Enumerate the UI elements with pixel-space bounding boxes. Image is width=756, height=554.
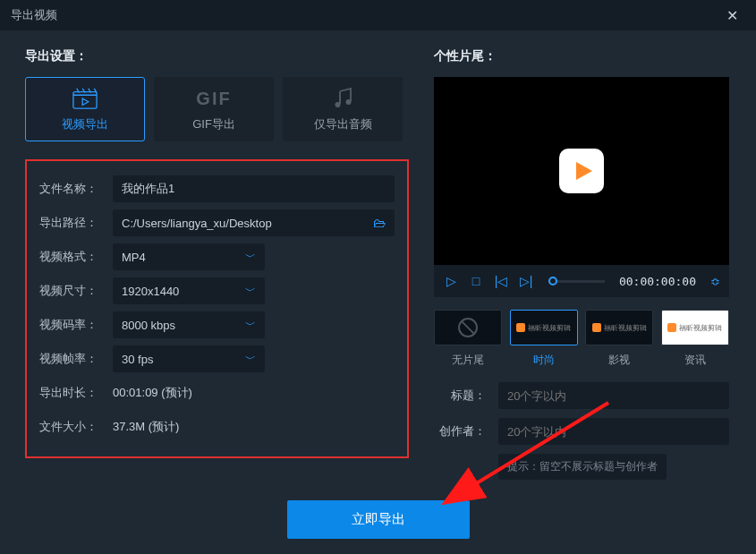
path-input[interactable] [122,217,368,230]
tab-audio-export[interactable]: 仅导出音频 [283,77,403,141]
ban-icon [458,318,478,337]
step-icon[interactable]: ≎ [710,275,720,288]
player-controls: ▷ □ |◁ ▷| 00:00:00:00 ≎ [434,265,729,297]
thumb-news-label: 资讯 [684,353,706,368]
filename-field-wrap [113,175,395,202]
thumb-movie[interactable]: 福昕视频剪辑 [585,310,653,345]
fps-select[interactable]: 30 fps ﹀ [113,345,265,372]
stop-icon[interactable]: □ [468,274,484,288]
thumb-none-label: 无片尾 [452,353,484,368]
chevron-down-icon: ﹀ [245,318,256,333]
export-button[interactable]: 立即导出 [287,500,470,539]
thumb-fashion-label: 时尚 [533,353,555,368]
chevron-down-icon: ﹀ [245,352,256,367]
size-value: 1920x1440 [122,285,179,298]
thumb-none[interactable] [434,310,502,345]
thumb-movie-label: 影视 [608,353,630,368]
progress-slider[interactable] [548,280,605,283]
filename-label: 文件名称： [39,181,102,197]
path-field-wrap: 🗁 [113,209,395,236]
tab-gif-export[interactable]: GIF GIF导出 [154,77,274,141]
settings-group: 文件名称： 导出路径： 🗁 视频格式： MP4 ﹀ 视 [25,159,409,458]
skip-next-icon[interactable]: ▷| [518,274,534,288]
tab-video-label: 视频导出 [62,116,108,132]
chevron-down-icon: ﹀ [245,250,256,265]
skip-previous-icon[interactable]: |◁ [493,274,509,288]
filesize-label: 文件大小： [39,419,102,435]
bitrate-value: 8000 kbps [122,319,175,332]
filesize-value: 37.3M (预计) [113,419,179,435]
meta-hint: 提示：留空不展示标题与创作者 [498,454,667,480]
format-value: MP4 [122,251,146,264]
size-label: 视频尺寸： [39,283,102,299]
folder-open-icon[interactable]: 🗁 [368,216,386,230]
bitrate-select[interactable]: 8000 kbps ﹀ [113,311,265,338]
bitrate-label: 视频码率： [39,317,102,333]
music-note-icon [330,86,355,111]
chevron-down-icon: ﹀ [245,284,256,299]
video-export-icon [72,86,98,111]
duration-label: 导出时长： [39,385,102,401]
filename-input[interactable] [122,183,386,196]
tab-audio-label: 仅导出音频 [314,116,372,132]
svg-point-2 [346,99,352,105]
window-title: 导出视频 [11,7,57,23]
brand-logo-icon [559,149,604,193]
progress-handle[interactable] [548,277,557,286]
meta-author-input[interactable] [498,418,729,445]
meta-title-label: 标题： [434,388,486,404]
path-label: 导出路径： [39,215,102,231]
size-select[interactable]: 1920x1440 ﹀ [113,277,265,304]
export-settings-heading: 导出设置： [25,48,409,64]
gif-icon: GIF [201,86,226,111]
timecode: 00:00:00:00 [619,275,696,288]
thumb-news[interactable]: 福昕视频剪辑 [661,310,729,345]
duration-value: 00:01:09 (预计) [113,385,192,401]
tab-gif-label: GIF导出 [192,116,235,132]
format-select[interactable]: MP4 ﹀ [113,243,265,270]
thumb-fashion[interactable]: 福昕视频剪辑 [510,310,578,345]
svg-point-1 [336,102,341,107]
close-icon[interactable]: ✕ [719,4,745,28]
format-label: 视频格式： [39,249,102,265]
meta-title-input[interactable] [498,382,729,409]
tab-video-export[interactable]: 视频导出 [25,77,145,141]
preview-player [434,77,729,265]
fps-value: 30 fps [122,353,153,366]
tail-heading: 个性片尾： [434,48,729,64]
meta-author-label: 创作者： [434,423,486,439]
fps-label: 视频帧率： [39,351,102,367]
play-icon[interactable]: ▷ [443,274,459,288]
